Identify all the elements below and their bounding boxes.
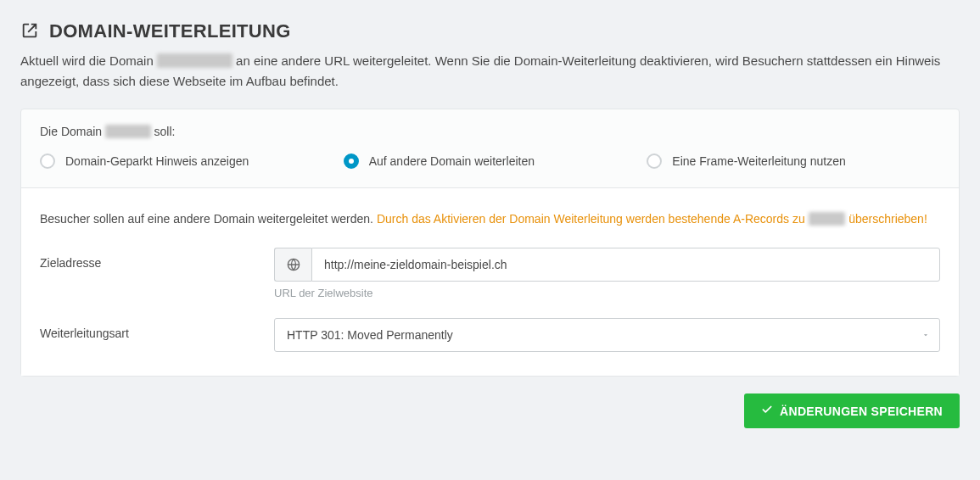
target-input-group [274,248,940,282]
share-icon [20,21,39,42]
radio-option-parked[interactable]: Domain-Geparkt Hinweis anzeigen [40,153,333,169]
page-description: Aktuell wird die Domain ████████ an eine… [20,51,954,92]
prompt-domain-redacted: █████ [105,125,151,138]
target-help-text: URL der Zielwebsite [274,287,940,299]
radio-input-redirect[interactable] [344,153,359,169]
info-text: Besucher sollen auf eine andere Domain w… [40,212,373,226]
radio-input-parked[interactable] [40,153,55,169]
redirect-type-select-wrap: HTTP 301: Moved Permanently [274,318,940,352]
save-button[interactable]: ÄNDERUNGEN SPEICHERN [744,393,960,428]
card-options-section: Die Domain █████ soll: Domain-Geparkt Hi… [21,109,959,187]
card-form-section: Besucher sollen auf eine andere Domain w… [21,187,959,376]
radio-label-redirect[interactable]: Auf andere Domain weiterleiten [369,154,535,168]
desc-part1: Aktuell wird die Domain [20,53,154,68]
check-icon [761,404,773,418]
prompt-part1: Die Domain [40,125,102,138]
warn-part2: überschrieben! [848,212,927,226]
warn-domain-redacted: ████ [809,212,846,226]
radio-label-frame[interactable]: Eine Frame-Weiterleitung nutzen [672,154,845,168]
radio-option-frame[interactable]: Eine Frame-Weiterleitung nutzen [647,153,940,169]
globe-icon [274,248,311,282]
target-address-input[interactable] [311,248,940,282]
radio-input-frame[interactable] [647,153,662,169]
actions-row: ÄNDERUNGEN SPEICHERN [20,377,960,432]
redirect-type-field: HTTP 301: Moved Permanently [274,318,940,352]
target-address-row: Zieladresse URL der Zielwebsite [40,248,940,299]
warn-part1: Durch das Aktivieren der Domain Weiterle… [377,212,805,226]
warning-text: Durch das Aktivieren der Domain Weiterle… [377,212,927,226]
redirect-type-value: HTTP 301: Moved Permanently [287,328,453,342]
redirect-type-select[interactable]: HTTP 301: Moved Permanently [274,318,940,352]
radio-label-parked[interactable]: Domain-Geparkt Hinweis anzeigen [65,154,249,168]
desc-domain-redacted: ████████ [157,53,232,68]
target-address-field: URL der Zielwebsite [274,248,940,299]
redirect-type-row: Weiterleitungsart HTTP 301: Moved Perman… [40,318,940,352]
info-line: Besucher sollen auf eine andere Domain w… [40,212,940,226]
radio-group: Domain-Geparkt Hinweis anzeigen Auf ande… [40,153,940,169]
page-header: DOMAIN-WEITERLEITUNG [20,20,960,42]
page-container: DOMAIN-WEITERLEITUNG Aktuell wird die Do… [0,0,980,452]
options-prompt: Die Domain █████ soll: [40,125,940,138]
settings-card: Die Domain █████ soll: Domain-Geparkt Hi… [20,109,960,377]
radio-option-redirect[interactable]: Auf andere Domain weiterleiten [344,153,637,169]
prompt-part2: soll: [154,125,176,138]
target-address-label: Zieladresse [40,248,274,270]
redirect-type-label: Weiterleitungsart [40,318,274,340]
page-title: DOMAIN-WEITERLEITUNG [49,20,291,42]
save-button-label: ÄNDERUNGEN SPEICHERN [780,405,943,418]
